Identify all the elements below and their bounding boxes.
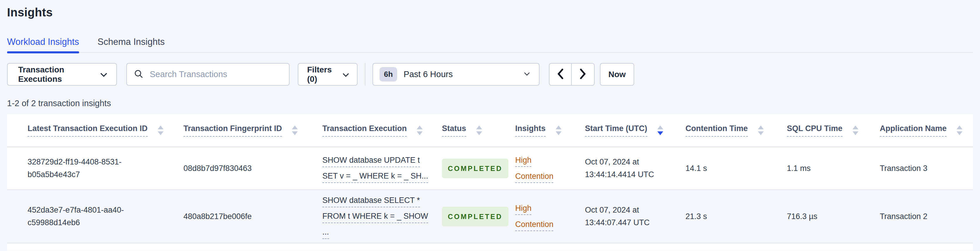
status-badge: COMPLETED bbox=[442, 158, 509, 178]
search-input[interactable] bbox=[149, 69, 283, 80]
sort-icon[interactable] bbox=[556, 126, 562, 135]
chevron-down-icon bbox=[342, 70, 349, 79]
sort-icon[interactable] bbox=[758, 126, 764, 135]
tab-bar: Workload Insights Schema Insights bbox=[7, 36, 973, 53]
search-box[interactable] bbox=[126, 63, 290, 86]
status-badge: COMPLETED bbox=[442, 207, 509, 226]
table-row: 452da3e7-e7fa-4801-aa40- c59988d14eb6 48… bbox=[7, 190, 973, 243]
high-contention-link[interactable]: High Contention bbox=[515, 156, 554, 181]
time-shortcut-badge: 6h bbox=[380, 67, 397, 82]
start-time-cell: Oct 07, 2024 at 13:44:07.447 UTC bbox=[565, 190, 665, 243]
table-header-row: Latest Transaction Execution ID Transact… bbox=[7, 114, 973, 147]
filters-dropdown[interactable]: Filters (0) bbox=[298, 63, 358, 86]
sql-cpu-time-cell: 716.3 µs bbox=[766, 190, 859, 243]
fingerprint-id-cell: 480a8b217be006fe bbox=[163, 190, 302, 243]
status-cell: COMPLETED bbox=[422, 147, 495, 190]
transaction-execution-cell: SHOW database UPDATE t SET v = _ WHERE k… bbox=[302, 147, 422, 190]
time-range-picker[interactable]: 6h Past 6 Hours bbox=[372, 63, 539, 86]
page-title: Insights bbox=[7, 5, 973, 19]
column-header-insights[interactable]: Insights bbox=[495, 114, 565, 147]
insights-table: Latest Transaction Execution ID Transact… bbox=[7, 114, 973, 243]
application-name-cell: Transaction 2 bbox=[859, 190, 973, 243]
column-header-transaction-execution[interactable]: Transaction Execution bbox=[302, 114, 422, 147]
transaction-statement-link[interactable]: SET v = _ WHERE k = _ SH... bbox=[322, 170, 428, 183]
now-button[interactable]: Now bbox=[600, 63, 634, 86]
sort-icon-descending-active[interactable] bbox=[657, 126, 663, 135]
insights-table-card: Latest Transaction Execution ID Transact… bbox=[7, 114, 973, 251]
execution-type-dropdown[interactable]: Transaction Executions bbox=[7, 63, 117, 86]
transaction-statement-link[interactable]: FROM t WHERE k = _ SHOW bbox=[322, 210, 428, 223]
transaction-statement-link[interactable]: SHOW database UPDATE t bbox=[322, 154, 420, 167]
sort-icon[interactable] bbox=[417, 126, 423, 135]
contention-time-cell: 21.3 s bbox=[665, 190, 766, 243]
tab-workload-insights[interactable]: Workload Insights bbox=[7, 36, 79, 52]
chevron-right-icon bbox=[580, 68, 586, 81]
chevron-left-icon bbox=[557, 68, 563, 81]
tab-schema-insights[interactable]: Schema Insights bbox=[98, 36, 165, 52]
sort-icon[interactable] bbox=[476, 126, 482, 135]
latest-execution-id-cell: 452da3e7-e7fa-4801-aa40- c59988d14eb6 bbox=[7, 190, 163, 243]
fingerprint-id-cell: 08d8b7d97f830463 bbox=[163, 147, 302, 190]
time-step-buttons bbox=[549, 63, 595, 86]
column-header-start-time[interactable]: Start Time (UTC) bbox=[565, 114, 665, 147]
previous-time-button[interactable] bbox=[549, 64, 572, 85]
column-header-fingerprint-id[interactable]: Transaction Fingerprint ID bbox=[163, 114, 302, 147]
high-contention-link[interactable]: High Contention bbox=[515, 204, 554, 229]
transaction-statement-link[interactable]: SHOW database SELECT * bbox=[322, 194, 420, 207]
sort-icon[interactable] bbox=[853, 126, 858, 135]
table-row: 328729d2-ff19-4408-8531- b05a5b4e43c7 08… bbox=[7, 147, 973, 190]
column-header-contention-time[interactable]: Contention Time bbox=[665, 114, 766, 147]
column-header-sql-cpu-time[interactable]: SQL CPU Time bbox=[766, 114, 859, 147]
sort-icon[interactable] bbox=[292, 126, 298, 135]
filters-label: Filters (0) bbox=[307, 65, 342, 84]
results-count: 1-2 of 2 transaction insights bbox=[7, 99, 973, 108]
time-range-label: Past 6 Hours bbox=[404, 69, 524, 79]
sort-icon[interactable] bbox=[956, 126, 963, 135]
column-header-latest-execution-id[interactable]: Latest Transaction Execution ID bbox=[7, 114, 163, 147]
insights-page: Insights Workload Insights Schema Insigh… bbox=[0, 0, 980, 251]
column-header-status[interactable]: Status bbox=[422, 114, 495, 147]
toolbar: Transaction Executions Filters (0) 6h Pa… bbox=[7, 63, 973, 86]
latest-execution-id-cell: 328729d2-ff19-4408-8531- b05a5b4e43c7 bbox=[7, 147, 163, 190]
search-icon bbox=[134, 69, 149, 80]
status-cell: COMPLETED bbox=[422, 190, 495, 243]
sort-icon[interactable] bbox=[158, 126, 164, 135]
transaction-statement-link[interactable]: ... bbox=[322, 226, 329, 239]
column-header-application-name[interactable]: Application Name bbox=[859, 114, 973, 147]
sql-cpu-time-cell: 1.1 ms bbox=[766, 147, 859, 190]
toolbar-divider bbox=[365, 63, 366, 86]
next-time-button[interactable] bbox=[572, 64, 594, 85]
contention-time-cell: 14.1 s bbox=[665, 147, 766, 190]
transaction-execution-cell: SHOW database SELECT * FROM t WHERE k = … bbox=[302, 190, 422, 243]
chevron-down-icon bbox=[524, 72, 530, 77]
start-time-cell: Oct 07, 2024 at 13:44:14.4414 UTC bbox=[565, 147, 665, 190]
chevron-down-icon bbox=[100, 70, 108, 79]
execution-type-label: Transaction Executions bbox=[18, 65, 100, 84]
application-name-cell: Transaction 3 bbox=[859, 147, 973, 190]
now-label: Now bbox=[608, 70, 626, 79]
